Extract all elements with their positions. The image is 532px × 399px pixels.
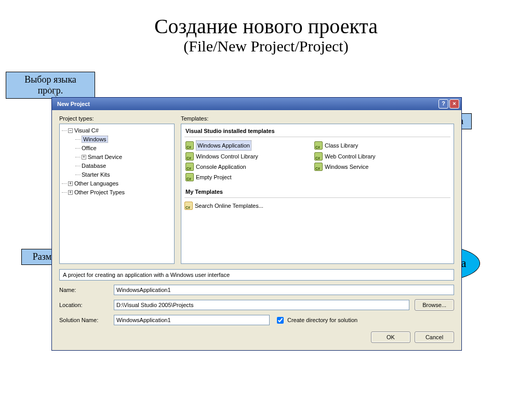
template-search-online[interactable]: Search Online Templates... [184,201,304,210]
expand-icon[interactable]: + [68,181,73,186]
slide-subtitle: (File/New Project/Project) [0,37,532,55]
my-templates-header: My Templates [184,187,450,196]
help-button[interactable]: ? [438,99,448,109]
search-icon [184,202,193,210]
create-directory-checkbox[interactable] [277,317,284,324]
csharp-icon [185,152,194,161]
template-windows-control-library[interactable]: Windows Control Library [185,152,305,161]
create-directory-label: Create directory for solution [287,317,357,323]
template-windows-service[interactable]: Windows Service [314,162,434,171]
csharp-icon [314,141,323,150]
name-input[interactable] [114,285,454,295]
expand-icon[interactable]: + [82,155,86,159]
close-button[interactable]: × [449,99,459,109]
template-console-application[interactable]: Console Application [185,162,305,171]
csharp-icon [185,173,194,181]
tree-item-visual-csharp[interactable]: −Visual C# Windows Office +Smart Device … [62,126,173,179]
project-types-tree[interactable]: −Visual C# Windows Office +Smart Device … [59,124,175,264]
location-input[interactable] [114,300,409,310]
template-windows-application[interactable]: Windows Application [185,140,305,151]
tree-item-other-languages[interactable]: +Other Languages [62,179,173,188]
csharp-icon [185,141,194,150]
new-project-dialog: New Project ? × Project types: −Visual C… [51,97,462,351]
tree-item-office[interactable]: Office [75,144,173,153]
tree-item-windows[interactable]: Windows [75,135,173,144]
csharp-icon [314,152,323,161]
cancel-button[interactable]: Cancel [415,331,454,343]
description-bar: A project for creating an application wi… [59,269,454,281]
slide-title: Создание нового проекта [0,14,532,38]
tree-item-database[interactable]: Database [75,162,173,170]
template-web-control-library[interactable]: Web Control Library [314,152,434,161]
template-class-library[interactable]: Class Library [314,140,434,151]
tree-item-smart-device[interactable]: +Smart Device [75,153,173,162]
tree-item-starter-kits[interactable]: Starter Kits [75,170,173,179]
csharp-icon [185,163,194,171]
solution-name-label: Solution Name: [59,317,109,323]
collapse-icon[interactable]: − [68,128,73,133]
installed-templates-header: Visual Studio installed templates [184,126,450,136]
dialog-titlebar: New Project ? × [52,98,461,110]
solution-name-input[interactable] [114,315,270,325]
template-empty-project[interactable]: Empty Project [185,172,305,182]
name-label: Name: [59,287,109,293]
ok-button[interactable]: OK [371,331,410,343]
browse-button[interactable]: Browse... [415,299,454,311]
dialog-title: New Project [57,101,90,107]
tree-item-other-project-types[interactable]: +Other Project Types [62,188,173,197]
location-label: Location: [59,302,109,308]
csharp-icon [314,163,323,171]
templates-panel[interactable]: Visual Studio installed templates Window… [181,124,454,264]
templates-label: Templates: [181,115,454,122]
expand-icon[interactable]: + [68,190,73,195]
project-types-label: Project types: [59,115,175,122]
callout-lang-choice: Выбор языка прогр. [6,72,95,99]
